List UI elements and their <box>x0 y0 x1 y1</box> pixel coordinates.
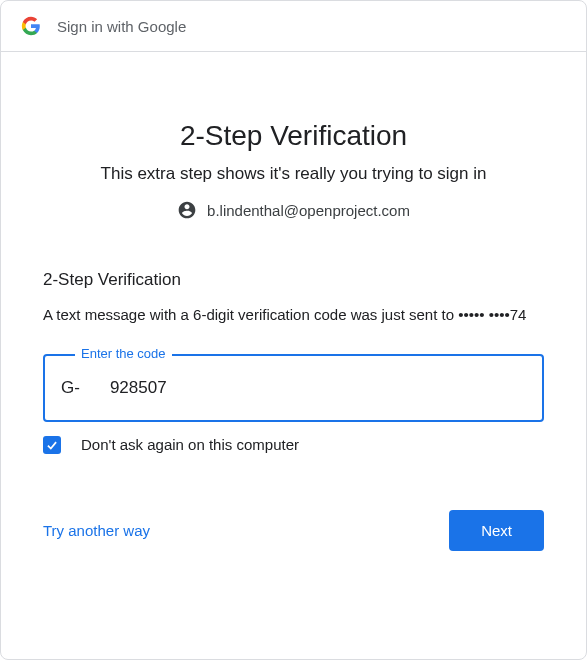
card-body: 2-Step Verification This extra step show… <box>1 52 586 659</box>
page-subtitle: This extra step shows it's really you tr… <box>43 164 544 184</box>
signin-card: Sign in with Google 2-Step Verification … <box>0 0 587 660</box>
code-prefix: G- <box>61 378 80 398</box>
dont-ask-checkbox[interactable] <box>43 436 61 454</box>
dont-ask-row: Don't ask again on this computer <box>43 436 544 454</box>
code-input[interactable] <box>110 378 526 398</box>
verification-section-title: 2-Step Verification <box>43 270 544 290</box>
action-row: Try another way Next <box>43 510 544 551</box>
account-chip[interactable]: b.lindenthal@openproject.com <box>43 200 544 220</box>
dont-ask-label: Don't ask again on this computer <box>81 436 299 453</box>
next-button[interactable]: Next <box>449 510 544 551</box>
code-input-label: Enter the code <box>75 346 172 361</box>
try-another-way-button[interactable]: Try another way <box>43 522 150 539</box>
account-email: b.lindenthal@openproject.com <box>207 202 410 219</box>
card-header: Sign in with Google <box>1 1 586 52</box>
google-logo-icon <box>21 16 41 36</box>
code-input-wrap[interactable]: Enter the code G- <box>43 354 544 422</box>
page-title: 2-Step Verification <box>43 120 544 152</box>
checkmark-icon <box>45 438 59 452</box>
verification-description: A text message with a 6-digit verificati… <box>43 304 544 326</box>
header-title: Sign in with Google <box>57 18 186 35</box>
account-circle-icon <box>177 200 197 220</box>
